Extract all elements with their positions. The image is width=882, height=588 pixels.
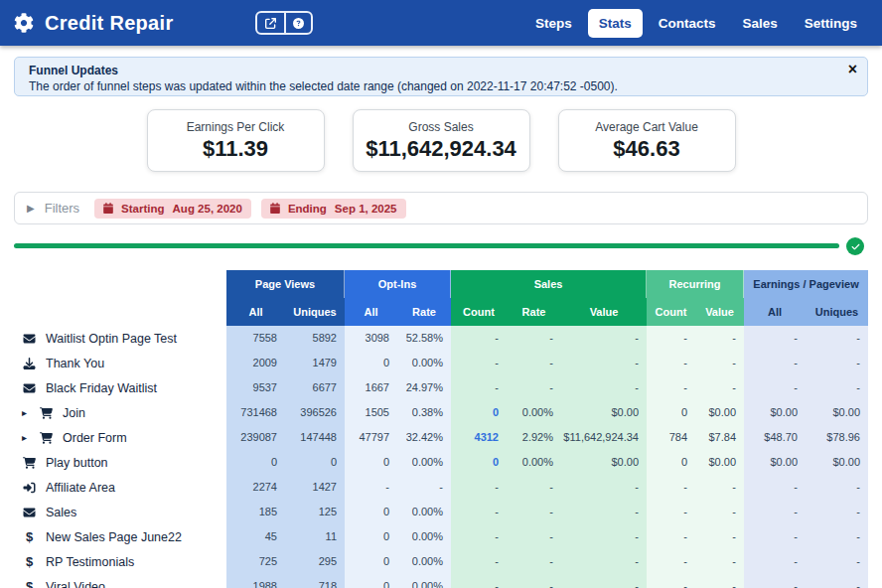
cell: - bbox=[744, 524, 806, 549]
cell: - bbox=[561, 326, 647, 351]
cell: 731468 bbox=[226, 400, 285, 425]
cell: - bbox=[806, 375, 868, 400]
table-row: ▸Join73146839652615050.38%00.00%$0.000$0… bbox=[0, 400, 868, 425]
cell: - bbox=[647, 574, 695, 588]
kpi-label: Gross Sales bbox=[354, 120, 529, 134]
table-row: $Viral Video198871800.00%------- bbox=[0, 574, 868, 588]
kpi-cards: Earnings Per Click$11.39Gross Sales$11,6… bbox=[0, 109, 882, 172]
column-group-earnings-pageview: Earnings / Pageview bbox=[744, 270, 868, 298]
row-label[interactable]: Thank You bbox=[0, 351, 226, 375]
cell: - bbox=[507, 375, 561, 400]
cell: 0 bbox=[226, 450, 285, 475]
nav-item-stats[interactable]: Stats bbox=[588, 9, 643, 38]
nav-item-steps[interactable]: Steps bbox=[524, 9, 583, 38]
cell-link[interactable]: 0 bbox=[451, 400, 507, 425]
row-label[interactable]: Sales bbox=[0, 500, 226, 524]
cell: 0.00% bbox=[507, 450, 561, 475]
chevron-right-icon[interactable]: ▶ bbox=[27, 203, 35, 214]
row-label[interactable]: Waitlist Optin Page Test bbox=[0, 326, 226, 351]
cell: - bbox=[806, 351, 868, 375]
envelope-icon bbox=[22, 382, 37, 394]
cell: - bbox=[507, 574, 561, 588]
row-label[interactable]: Affiliate Area bbox=[0, 475, 226, 500]
cell: 45 bbox=[226, 524, 285, 549]
row-label[interactable]: Play button bbox=[0, 450, 226, 475]
calendar-icon bbox=[270, 203, 280, 214]
cell: 0 bbox=[345, 450, 397, 475]
cell: 2274 bbox=[226, 475, 285, 500]
column-header-opt-ins-rate: Rate bbox=[397, 298, 451, 326]
cell: - bbox=[806, 524, 868, 549]
row-label[interactable]: $New Sales Page June22 bbox=[0, 524, 226, 549]
download-icon bbox=[22, 358, 37, 369]
signin-icon bbox=[22, 482, 37, 494]
filter-badge-ending[interactable]: EndingSep 1, 2025 bbox=[261, 199, 406, 219]
check-icon bbox=[846, 237, 864, 255]
cell: 0 bbox=[647, 450, 695, 475]
filter-badge-starting[interactable]: StartingAug 25, 2020 bbox=[94, 199, 251, 219]
cell: - bbox=[695, 326, 744, 351]
cell: - bbox=[647, 351, 695, 375]
kpi-value: $46.63 bbox=[559, 136, 735, 162]
cell-link[interactable]: 4312 bbox=[451, 425, 507, 450]
app-brand[interactable]: Credit Repair bbox=[14, 12, 174, 35]
cell: 725 bbox=[226, 549, 285, 574]
kpi-label: Earnings Per Click bbox=[148, 120, 324, 134]
cell: 6677 bbox=[285, 375, 345, 400]
cell: 0.00% bbox=[397, 524, 451, 549]
cell: - bbox=[647, 375, 695, 400]
cell: - bbox=[744, 500, 806, 524]
cell: $0.00 bbox=[806, 450, 868, 475]
nav-item-settings[interactable]: Settings bbox=[794, 9, 868, 38]
row-label-text: Play button bbox=[46, 456, 108, 470]
row-label[interactable]: ▸Order Form bbox=[0, 425, 226, 450]
expand-caret-icon[interactable]: ▸ bbox=[22, 407, 30, 418]
cell: 32.42% bbox=[397, 425, 451, 450]
cell: 2.92% bbox=[507, 425, 561, 450]
cell: - bbox=[507, 549, 561, 574]
cell: - bbox=[507, 475, 561, 500]
cell: $0.00 bbox=[561, 400, 647, 425]
table-row: $New Sales Page June22451100.00%------- bbox=[0, 524, 868, 549]
cell: - bbox=[451, 549, 507, 574]
question-circle-icon[interactable] bbox=[284, 13, 311, 33]
cell: - bbox=[451, 351, 507, 375]
external-link-icon[interactable] bbox=[257, 13, 284, 33]
row-label[interactable]: $Viral Video bbox=[0, 574, 226, 588]
app-title: Credit Repair bbox=[45, 12, 174, 35]
column-group-opt-ins: Opt-Ins bbox=[345, 270, 451, 298]
expand-caret-icon[interactable]: ▸ bbox=[22, 432, 30, 443]
row-label[interactable]: $RP Testimonials bbox=[0, 549, 226, 574]
cell: 0 bbox=[647, 400, 695, 425]
cell: - bbox=[647, 549, 695, 574]
column-header-earnings-pageview-all: All bbox=[744, 298, 806, 326]
cell: 396526 bbox=[285, 400, 345, 425]
cell: - bbox=[561, 524, 647, 549]
close-icon[interactable]: × bbox=[848, 62, 857, 77]
table-row: $RP Testimonials72529500.00%------- bbox=[0, 549, 868, 574]
cell: - bbox=[561, 351, 647, 375]
funnel-updates-banner: Funnel Updates The order of funnel steps… bbox=[14, 57, 868, 96]
filters-bar[interactable]: ▶ Filters StartingAug 25, 2020EndingSep … bbox=[14, 192, 868, 224]
row-label-text: New Sales Page June22 bbox=[46, 530, 182, 544]
cell-link[interactable]: 0 bbox=[451, 450, 507, 475]
kpi-value: $11,642,924.34 bbox=[354, 136, 529, 162]
filter-badges: StartingAug 25, 2020EndingSep 1, 2025 bbox=[94, 199, 405, 219]
filters-label[interactable]: Filters bbox=[45, 201, 79, 216]
column-header-sales-value: Value bbox=[561, 298, 647, 326]
cell: - bbox=[806, 500, 868, 524]
cell: - bbox=[744, 574, 806, 588]
cell: 0 bbox=[345, 524, 397, 549]
cell: 0.00% bbox=[397, 574, 451, 588]
cell: 0 bbox=[345, 549, 397, 574]
cell: 0 bbox=[345, 500, 397, 524]
nav-item-sales[interactable]: Sales bbox=[731, 9, 788, 38]
nav-item-contacts[interactable]: Contacts bbox=[648, 9, 727, 38]
row-label-text: Affiliate Area bbox=[46, 481, 115, 495]
cell: - bbox=[806, 326, 868, 351]
row-label[interactable]: Black Friday Waitlist bbox=[0, 375, 226, 400]
cell: 1479 bbox=[285, 351, 345, 375]
cell: 0.00% bbox=[397, 500, 451, 524]
row-label[interactable]: ▸Join bbox=[0, 400, 226, 425]
cell: $48.70 bbox=[744, 425, 806, 450]
